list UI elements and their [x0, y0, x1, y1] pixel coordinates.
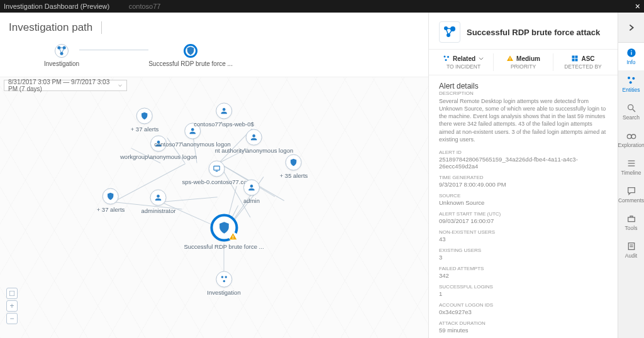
- detail-field: TIME GENERATED9/3/2017 8:00:49.000 PM: [439, 175, 608, 188]
- related-icon: [443, 55, 450, 62]
- svg-point-7: [221, 276, 223, 278]
- priority-indicator: Medium PRIORITY: [494, 53, 553, 71]
- side-tab-entities[interactable]: Entities: [618, 70, 644, 98]
- svg-rect-5: [232, 236, 233, 238]
- svg-point-14: [443, 56, 445, 58]
- svg-rect-21: [572, 59, 575, 62]
- zoom-out-button[interactable]: −: [6, 313, 18, 324]
- field-value: 1: [439, 290, 608, 297]
- chevron-down-icon: [118, 82, 123, 89]
- field-value: 43: [439, 236, 608, 243]
- svg-rect-10: [9, 291, 14, 296]
- timeline-icon: [626, 158, 636, 168]
- time-range-picker[interactable]: 8/31/2017 3:03 PM — 9/7/2017 3:03 PM (7 …: [4, 80, 127, 91]
- node-investigation[interactable]: Investigation: [207, 271, 240, 296]
- field-label: TIME GENERATED: [439, 175, 608, 180]
- field-label: FAILED ATTEMPTS: [439, 266, 608, 271]
- svg-rect-17: [510, 58, 511, 60]
- node-spsweb-host[interactable]: sps-web-0.contoso77.com: [182, 161, 252, 185]
- field-label: ACCOUNT LOGON IDS: [439, 302, 608, 308]
- breadcrumb-investigation[interactable]: Investigation: [44, 44, 79, 67]
- page-title: Investigation path: [9, 21, 102, 34]
- field-value: 59 minutes: [439, 327, 608, 334]
- side-tab-exploration[interactable]: Exploration: [618, 126, 644, 153]
- shield-icon: [439, 21, 460, 43]
- svg-point-9: [223, 280, 225, 283]
- svg-rect-36: [628, 217, 635, 222]
- field-label: SUCCESSFUL LOGINS: [439, 284, 608, 290]
- expand-panel-button[interactable]: [618, 13, 644, 43]
- side-tab-search[interactable]: Search: [618, 98, 644, 126]
- field-label: ATTACK DURATION: [439, 320, 608, 326]
- entities-icon: [626, 75, 636, 85]
- windows-icon: [571, 55, 579, 62]
- field-value: 3: [439, 254, 608, 261]
- field-value: 09/03/2017 16:00:07: [439, 217, 608, 224]
- alert-description: Several Remote Desktop login attempts we…: [439, 97, 608, 143]
- detail-field: ACCOUNT LOGON IDS0x34c927e3: [439, 302, 608, 315]
- detail-field: EXISTING USERS3: [439, 248, 608, 261]
- detail-field: ALERT START TIME (UTC)09/03/2017 16:00:0…: [439, 211, 608, 224]
- detected-by-indicator: ASC DETECTED BY: [553, 53, 613, 71]
- node-brute-force-alert[interactable]: Successful RDP brute force ...: [184, 214, 264, 250]
- investigation-graph[interactable]: 8/31/2017 3:03 PM — 9/7/2017 3:03 PM (7 …: [0, 77, 428, 338]
- related-dropdown[interactable]: Related TO INCIDENT: [434, 53, 494, 71]
- field-value: 2518978428067565159_34a226dd-fbe4-4a11-a…: [439, 156, 608, 170]
- chevron-down-icon: [478, 55, 484, 62]
- details-heading: Alert details: [439, 82, 608, 90]
- svg-point-8: [225, 276, 227, 278]
- alert-details-panel: Alert details DESCRIPTION Several Remote…: [429, 75, 618, 338]
- side-tab-comments[interactable]: Comments: [618, 181, 644, 209]
- svg-point-29: [628, 105, 633, 110]
- close-icon[interactable]: ×: [635, 2, 640, 11]
- side-tab-tools[interactable]: Tools: [618, 209, 644, 236]
- detail-field: FAILED ATTEMPTS342: [439, 266, 608, 279]
- node-alerts-37b[interactable]: + 37 alerts: [97, 188, 125, 213]
- node-administrator[interactable]: administrator: [142, 190, 176, 214]
- detail-field: NON-EXISTENT USERS43: [439, 229, 608, 243]
- side-tab-audit[interactable]: Audit: [618, 236, 644, 264]
- svg-point-26: [628, 77, 630, 79]
- svg-point-27: [632, 77, 635, 80]
- breadcrumb-alert[interactable]: Successful RDP brute force ...: [148, 44, 233, 67]
- field-label: NON-EXISTENT USERS: [439, 229, 608, 235]
- zoom-fit-button[interactable]: [6, 288, 18, 299]
- svg-rect-3: [214, 166, 219, 170]
- svg-rect-22: [575, 59, 578, 62]
- comments-icon: [626, 186, 636, 196]
- field-label: ALERT ID: [439, 150, 608, 155]
- side-tab-info[interactable]: Info: [618, 43, 644, 70]
- detail-meta: Related TO INCIDENT Medium PRIORITY A: [429, 49, 618, 75]
- svg-line-30: [633, 109, 635, 112]
- detail-field: SOURCEUnknown Source: [439, 193, 608, 206]
- side-strip: Info Entities Search Exploration Timelin…: [618, 13, 644, 338]
- zoom-controls: + −: [6, 286, 18, 324]
- field-label: EXISTING USERS: [439, 248, 608, 253]
- node-alerts-35[interactable]: + 35 alerts: [280, 155, 308, 179]
- chevron-right-icon: [627, 23, 636, 32]
- node-spsweb0s[interactable]: contoso77\sps-web-0$: [194, 103, 254, 128]
- info-icon: [626, 48, 636, 58]
- svg-point-16: [445, 59, 447, 61]
- svg-point-31: [627, 134, 631, 139]
- field-value: 9/3/2017 8:00:49.000 PM: [439, 181, 608, 188]
- field-value: 342: [439, 272, 608, 279]
- svg-point-28: [629, 81, 631, 84]
- field-value: 0x34c927e3: [439, 308, 608, 315]
- detail-field: ALERT ID2518978428067565159_34a226dd-fbe…: [439, 150, 608, 170]
- side-tab-timeline[interactable]: Timeline: [618, 153, 644, 181]
- node-admin[interactable]: admin: [243, 180, 260, 204]
- titlebar-left: Investigation Dashboard (Preview) contos…: [4, 3, 160, 10]
- field-value: Unknown Source: [439, 199, 608, 206]
- detail-field: SUCCESSFUL LOGINS1: [439, 284, 608, 297]
- svg-rect-6: [232, 238, 233, 239]
- warning-icon: [228, 232, 237, 241]
- svg-rect-4: [216, 171, 218, 172]
- node-ntauth[interactable]: nt authority\anonymous logon: [215, 129, 294, 154]
- search-icon: [626, 103, 636, 113]
- zoom-in-button[interactable]: +: [6, 300, 18, 312]
- field-label: SOURCE: [439, 193, 608, 199]
- svg-rect-20: [575, 56, 578, 58]
- field-label: ALERT START TIME (UTC): [439, 211, 608, 217]
- svg-rect-24: [631, 52, 631, 55]
